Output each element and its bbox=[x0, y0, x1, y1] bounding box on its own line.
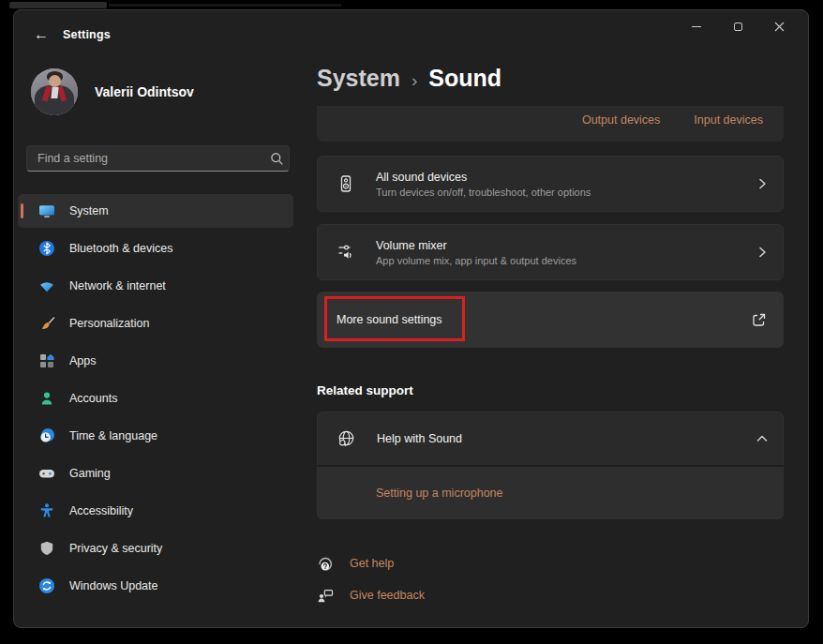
search-input[interactable] bbox=[27, 152, 264, 165]
sidebar-item-label: Personalization bbox=[69, 317, 149, 330]
breadcrumb-root[interactable]: System bbox=[317, 65, 400, 92]
sidebar-item-label: Privacy & security bbox=[69, 542, 162, 555]
search-icon[interactable] bbox=[264, 152, 289, 166]
search-box bbox=[26, 145, 290, 172]
sidebar-item-label: Gaming bbox=[69, 467, 111, 480]
accessibility-person-icon bbox=[38, 502, 55, 519]
background-window-fragment-2 bbox=[109, 4, 341, 7]
sidebar-item-accounts[interactable]: Accounts bbox=[18, 382, 293, 415]
game-controller-icon bbox=[38, 465, 55, 482]
card-title: Volume mixer bbox=[376, 239, 576, 252]
person-icon bbox=[38, 390, 55, 407]
card-title: All sound devices bbox=[376, 171, 591, 184]
background-window-fragment bbox=[9, 2, 107, 8]
speaker-icon bbox=[337, 174, 355, 193]
back-button[interactable]: ← bbox=[27, 22, 55, 47]
card-title: Help with Sound bbox=[377, 432, 462, 445]
maximize-button[interactable] bbox=[717, 12, 758, 40]
card-title: More sound settings bbox=[337, 313, 442, 326]
output-devices-link[interactable]: Output devices bbox=[582, 113, 660, 142]
breadcrumb-separator: › bbox=[412, 70, 417, 91]
app-title: Settings bbox=[63, 28, 111, 41]
card-subtitle: App volume mix, app input & output devic… bbox=[376, 255, 576, 266]
sidebar-item-personalization[interactable]: Personalization bbox=[18, 307, 293, 340]
chevron-right-icon bbox=[755, 245, 770, 260]
sidebar-item-windows-update[interactable]: Windows Update bbox=[18, 569, 293, 603]
sidebar-item-time-language[interactable]: Time & language bbox=[18, 419, 293, 453]
close-button[interactable] bbox=[758, 12, 800, 40]
chevron-right-icon bbox=[755, 176, 770, 191]
sidebar-item-label: Time & language bbox=[69, 429, 157, 442]
bluetooth-icon bbox=[38, 240, 55, 257]
setting-up-microphone-link[interactable]: Setting up a microphone bbox=[376, 487, 503, 500]
sidebar-item-label: Windows Update bbox=[69, 579, 158, 592]
input-devices-link[interactable]: Input devices bbox=[694, 113, 763, 142]
user-name: Valerii Odintsov bbox=[95, 84, 194, 99]
card-subtitle: Turn devices on/off, troubleshoot, other… bbox=[376, 187, 591, 198]
get-help-row[interactable]: Get help bbox=[317, 554, 394, 573]
sidebar-item-network-internet[interactable]: Network & internet bbox=[18, 269, 293, 303]
settings-window: ← Settings Valerii Odintsov bbox=[13, 9, 809, 628]
more-sound-settings-card[interactable]: More sound settings bbox=[317, 292, 784, 348]
give-feedback-link[interactable]: Give feedback bbox=[350, 589, 425, 602]
feedback-icon bbox=[317, 587, 334, 604]
maximize-icon bbox=[734, 22, 742, 31]
help-expanded-area: Setting up a microphone bbox=[317, 467, 784, 519]
sidebar-item-apps[interactable]: Apps bbox=[18, 344, 293, 378]
close-icon bbox=[774, 22, 785, 32]
give-feedback-row[interactable]: Give feedback bbox=[317, 586, 425, 605]
breadcrumb-current: Sound bbox=[428, 65, 501, 92]
device-filter-card: Output devices Input devices bbox=[317, 106, 784, 142]
volume-mixer-card[interactable]: Volume mixer App volume mix, app input &… bbox=[317, 224, 784, 280]
sidebar-item-accessibility[interactable]: Accessibility bbox=[18, 494, 293, 528]
sidebar-item-system[interactable]: System bbox=[18, 194, 293, 228]
window-controls bbox=[676, 12, 800, 40]
update-arrows-icon bbox=[38, 577, 55, 594]
external-link-icon bbox=[750, 311, 768, 329]
sidebar-item-label: Network & internet bbox=[69, 279, 166, 292]
minimize-button[interactable] bbox=[676, 12, 717, 40]
get-help-icon bbox=[317, 555, 334, 572]
minimize-icon bbox=[692, 26, 701, 27]
web-help-globe-icon bbox=[337, 429, 356, 449]
sidebar-item-bluetooth-devices[interactable]: Bluetooth & devices bbox=[18, 232, 293, 265]
get-help-link[interactable]: Get help bbox=[350, 557, 394, 570]
sidebar-item-privacy-security[interactable]: Privacy & security bbox=[18, 532, 293, 565]
sidebar-nav: System Bluetooth & devices Network & int… bbox=[18, 194, 293, 607]
selection-accent-pill bbox=[21, 203, 23, 218]
screen: ← Settings Valerii Odintsov bbox=[0, 0, 823, 644]
breadcrumb: System › Sound bbox=[317, 65, 501, 92]
related-support-heading: Related support bbox=[317, 383, 413, 397]
paintbrush-icon bbox=[38, 315, 55, 332]
sidebar-item-label: Apps bbox=[69, 354, 97, 367]
sidebar-item-label: Accessibility bbox=[69, 504, 133, 517]
volume-mixer-icon bbox=[337, 243, 355, 262]
system-monitor-icon bbox=[38, 202, 55, 219]
wifi-icon bbox=[38, 277, 55, 294]
sidebar-item-gaming[interactable]: Gaming bbox=[18, 457, 293, 490]
sidebar-item-label: Bluetooth & devices bbox=[69, 242, 173, 255]
chevron-up-icon bbox=[755, 431, 770, 446]
avatar[interactable] bbox=[31, 68, 78, 115]
sidebar-item-label: Accounts bbox=[69, 392, 117, 405]
all-sound-devices-card[interactable]: All sound devices Turn devices on/off, t… bbox=[317, 156, 784, 212]
shield-icon bbox=[38, 540, 55, 557]
sidebar-item-label: System bbox=[69, 204, 109, 217]
apps-icon bbox=[38, 352, 55, 369]
clock-globe-icon bbox=[38, 427, 55, 444]
help-with-sound-card[interactable]: Help with Sound bbox=[317, 412, 784, 466]
